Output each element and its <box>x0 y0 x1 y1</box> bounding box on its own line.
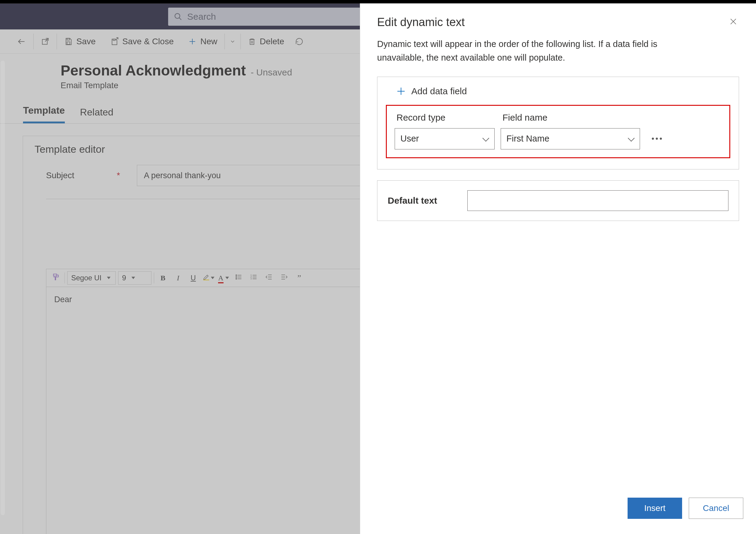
add-data-field-button[interactable]: Add data field <box>377 86 739 105</box>
insert-button[interactable]: Insert <box>628 498 682 519</box>
plus-icon <box>396 86 406 96</box>
chevron-down-icon <box>628 137 634 141</box>
panel-title: Edit dynamic text <box>377 16 465 29</box>
field-name-value: First Name <box>506 134 550 144</box>
default-text-card: Default text <box>377 180 739 221</box>
record-type-select[interactable]: User <box>395 128 495 150</box>
close-icon <box>729 22 738 27</box>
default-text-input[interactable] <box>467 190 728 211</box>
field-name-label: Field name <box>501 112 640 123</box>
record-type-value: User <box>400 134 419 144</box>
data-field-row-highlight: Record type User Field name First Name <box>386 105 730 158</box>
field-name-select[interactable]: First Name <box>501 128 640 150</box>
panel-footer: Insert Cancel <box>360 498 756 534</box>
chevron-down-icon <box>483 137 489 141</box>
more-icon: ••• <box>652 134 663 143</box>
row-more-button[interactable]: ••• <box>652 134 663 143</box>
record-type-label: Record type <box>395 112 495 123</box>
vertical-scrollbar[interactable] <box>1 61 5 515</box>
default-text-label: Default text <box>388 195 437 206</box>
add-data-field-label: Add data field <box>411 86 467 97</box>
panel-description: Dynamic text will appear in the order of… <box>377 37 692 65</box>
cancel-button[interactable]: Cancel <box>689 498 743 519</box>
panel-close-button[interactable] <box>728 16 739 28</box>
data-fields-card: Add data field Record type User Field na… <box>377 77 739 169</box>
edit-dynamic-text-panel: Edit dynamic text Dynamic text will appe… <box>360 3 756 534</box>
